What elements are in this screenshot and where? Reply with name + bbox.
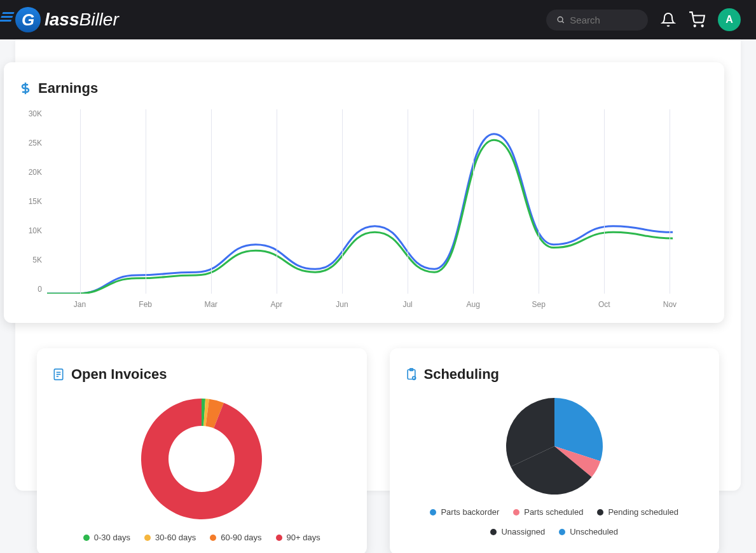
legend-label: 90+ days <box>287 533 320 542</box>
cart-icon <box>689 11 705 28</box>
earnings-card: Earnings 30K25K20K15K10K5K0 JanFebMarApr… <box>4 62 724 323</box>
legend-item[interactable]: Unscheduled <box>559 527 618 536</box>
y-tick: 10K <box>19 226 42 235</box>
x-tick: Jan <box>74 300 86 309</box>
legend-label: Parts scheduled <box>524 507 583 517</box>
x-tick: Feb <box>139 300 152 309</box>
cart-button[interactable] <box>689 11 705 28</box>
grid-line <box>342 109 343 294</box>
x-tick: Jun <box>336 300 348 309</box>
grid-line <box>277 109 277 294</box>
y-tick: 0 <box>19 285 42 294</box>
x-tick: Sep <box>532 300 546 309</box>
svg-point-3 <box>702 25 703 27</box>
brand-logo[interactable]: G lassBiller <box>15 7 119 32</box>
y-tick: 20K <box>19 168 42 177</box>
open-invoices-title: Open Invoices <box>52 366 352 383</box>
legend-swatch <box>276 535 282 541</box>
invoice-icon <box>52 367 65 381</box>
bell-icon <box>661 12 676 27</box>
grid-line <box>539 109 539 294</box>
legend-label: 0-30 days <box>94 533 130 542</box>
x-tick: Oct <box>598 300 610 309</box>
dollar-icon <box>19 80 32 97</box>
x-axis: JanFebMarAprJunJulAugSepOctNov <box>47 300 703 313</box>
x-tick: Nov <box>663 300 677 309</box>
legend-label: 60-90 days <box>221 533 261 542</box>
x-tick: Aug <box>466 300 479 309</box>
scheduling-legend: Parts backorderParts scheduledPending sc… <box>405 507 704 536</box>
legend-item[interactable]: Parts scheduled <box>513 507 583 517</box>
search-box[interactable] <box>546 10 648 31</box>
line-series <box>47 134 673 294</box>
legend-item[interactable]: 30-60 days <box>144 533 196 542</box>
legend-item[interactable]: 90+ days <box>276 533 320 542</box>
legend-label: Unscheduled <box>570 527 618 536</box>
legend-swatch <box>490 529 497 535</box>
svg-line-1 <box>562 21 563 22</box>
topbar-right: A <box>546 8 741 31</box>
logo-badge: G <box>15 7 41 32</box>
grid-line <box>211 109 212 294</box>
bottom-row: Open Invoices 0-30 days30-60 days60-90 d… <box>37 348 719 553</box>
y-axis: 30K25K20K15K10K5K0 <box>19 109 42 294</box>
x-tick: Jul <box>402 300 412 309</box>
legend-item[interactable]: Unassigned <box>490 527 545 536</box>
earnings-chart: 30K25K20K15K10K5K0 JanFebMarAprJunJulAug… <box>19 109 709 313</box>
y-tick: 25K <box>19 139 42 147</box>
topbar: G lassBiller A <box>0 0 756 39</box>
plot-area <box>47 109 703 294</box>
grid-line <box>146 109 146 294</box>
x-tick: Apr <box>271 300 283 309</box>
grid-line <box>473 109 474 294</box>
earnings-title: Earnings <box>19 80 709 97</box>
avatar[interactable]: A <box>718 8 741 31</box>
legend-label: Pending scheduled <box>608 507 678 517</box>
svg-point-0 <box>558 17 563 22</box>
legend-label: Parts backorder <box>441 507 499 517</box>
legend-swatch <box>597 509 603 515</box>
y-tick: 15K <box>19 197 42 206</box>
legend-swatch <box>83 535 90 541</box>
x-tick: Mar <box>204 300 217 309</box>
legend-label: Unassigned <box>501 527 545 536</box>
line-series <box>47 140 673 294</box>
grid-line <box>80 109 81 294</box>
scheduling-card: Scheduling Parts backorderParts schedule… <box>390 348 720 553</box>
svg-point-11 <box>412 376 415 379</box>
legend-item[interactable]: 0-30 days <box>83 533 130 542</box>
y-tick: 30K <box>19 109 42 118</box>
notifications-button[interactable] <box>661 12 676 27</box>
legend-swatch <box>559 529 565 535</box>
open-invoices-donut <box>138 395 265 522</box>
open-invoices-legend: 0-30 days30-60 days60-90 days90+ days <box>52 533 352 542</box>
scheduling-title: Scheduling <box>405 366 704 383</box>
scheduling-pie <box>504 395 605 497</box>
search-input[interactable] <box>570 15 638 25</box>
clipboard-icon <box>405 367 418 381</box>
grid-line <box>408 109 408 294</box>
legend-swatch <box>210 535 216 541</box>
legend-swatch <box>513 509 519 515</box>
legend-item[interactable]: 60-90 days <box>210 533 261 542</box>
y-tick: 5K <box>19 256 42 264</box>
grid-line <box>670 109 670 294</box>
legend-label: 30-60 days <box>155 533 196 542</box>
legend-item[interactable]: Pending scheduled <box>597 507 678 517</box>
legend-swatch <box>430 509 436 515</box>
logo-text: lassBiller <box>45 10 119 30</box>
svg-point-2 <box>694 25 696 27</box>
grid-line <box>604 109 605 294</box>
search-icon <box>556 15 565 25</box>
donut-hole <box>168 426 235 492</box>
legend-item[interactable]: Parts backorder <box>430 507 499 517</box>
open-invoices-card: Open Invoices 0-30 days30-60 days60-90 d… <box>37 348 367 553</box>
legend-swatch <box>144 535 151 541</box>
